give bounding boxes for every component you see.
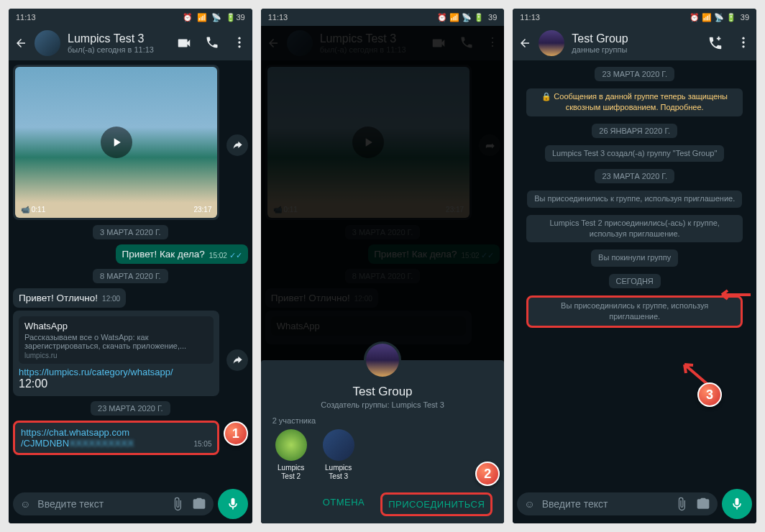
status-bar: 11:13 ⏰ 📶 📡 🔋39 xyxy=(9,9,252,26)
add-call-icon[interactable] xyxy=(707,35,723,51)
video-time: 23:17 xyxy=(193,206,211,214)
system-message: Lumpics Test 2 присоединились(-ась) к гр… xyxy=(526,215,743,243)
status-time: 11:13 xyxy=(520,13,540,22)
input-placeholder: Введите текст xyxy=(542,498,667,510)
invite-link-line2[interactable]: /CJMDNBN xyxy=(21,438,69,449)
video-thumbnail[interactable]: 📹 0:11 23:17 xyxy=(15,67,217,218)
status-icons: ⏰ 📶 📡 🔋39 xyxy=(183,13,244,22)
svg-point-5 xyxy=(742,45,744,47)
date-chip: 8 МАРТА 2020 Г. xyxy=(93,269,168,283)
forward-icon[interactable] xyxy=(226,349,248,371)
camera-icon[interactable] xyxy=(696,497,710,511)
mic-button[interactable] xyxy=(218,489,248,519)
back-icon[interactable] xyxy=(14,37,27,50)
chat-title: Lumpics Test 3 xyxy=(68,32,169,45)
message-text: Привет! Как дела? xyxy=(122,249,204,260)
camera-icon[interactable] xyxy=(192,497,206,511)
callout-1: 1 xyxy=(224,421,248,446)
status-icons: ⏰ 📶 📡 🔋39 xyxy=(437,13,497,22)
group-avatar xyxy=(364,341,401,379)
join-button[interactable]: ПРИСОЕДИНИТЬСЯ xyxy=(380,492,493,516)
status-icons: ⏰ 📶 📡 🔋39 xyxy=(690,13,749,22)
play-icon[interactable] xyxy=(101,127,132,158)
svg-point-1 xyxy=(238,41,240,43)
read-ticks-icon: ✓✓ xyxy=(229,251,242,260)
callout-3: 3 xyxy=(697,382,722,407)
group-avatar[interactable] xyxy=(539,30,564,56)
system-message-left: Вы покинули группу xyxy=(591,249,678,266)
video-call-icon[interactable] xyxy=(176,35,192,51)
mic-button[interactable] xyxy=(722,489,752,519)
cancel-button[interactable]: ОТМЕНА xyxy=(320,492,368,516)
group-creator: Создатель группы: Lumpics Test 3 xyxy=(272,400,493,409)
member-item[interactable]: Lumpics Test 2 xyxy=(272,429,310,481)
status-time: 11:13 xyxy=(16,13,36,22)
app-bar: Test Group данные группы xyxy=(513,26,756,60)
more-icon[interactable] xyxy=(232,35,247,51)
app-bar: Lumpics Test 3 был(-а) сегодня в 11:13 xyxy=(9,26,252,60)
preview-desc: Рассказываем все о WatsApp: как зарегист… xyxy=(24,333,208,350)
svg-point-0 xyxy=(238,37,240,40)
link-text[interactable]: https://lumpics.ru/category/whatsapp/ xyxy=(19,367,214,377)
member-name: Lumpics Test 2 xyxy=(272,464,310,481)
input-bar: ☺ Введите текст xyxy=(513,485,756,523)
date-chip: 23 МАРТА 2020 Г. xyxy=(595,169,674,183)
svg-point-4 xyxy=(742,41,744,43)
date-chip: 23 МАРТА 2020 Г. xyxy=(91,401,170,416)
system-message: Lumpics Test 3 создал(-а) группу "Test G… xyxy=(545,145,724,162)
member-item[interactable]: Lumpics Test 3 xyxy=(320,429,357,481)
chat-area[interactable]: 📹 0:11 23:17 3 МАРТА 2020 Г. Привет! Как… xyxy=(9,60,252,485)
status-bar: 11:13 ⏰ 📶 📡 🔋39 xyxy=(513,9,756,26)
link-preview[interactable]: WhatsApp Рассказываем все о WatsApp: как… xyxy=(19,316,214,364)
preview-title: WhatsApp xyxy=(24,321,208,331)
preview-domain: lumpics.ru xyxy=(24,352,208,359)
message-in[interactable]: Привет! Отлично! 12:00 xyxy=(13,288,126,308)
join-group-sheet: Test Group Создатель группы: Lumpics Tes… xyxy=(261,360,505,523)
member-avatar xyxy=(275,429,307,461)
attach-icon[interactable] xyxy=(170,497,185,511)
status-bar: 11:13 ⏰ 📶 📡 🔋39 xyxy=(261,9,505,26)
contact-avatar[interactable] xyxy=(35,30,60,56)
video-message[interactable]: 📹 0:11 23:17 xyxy=(13,65,219,220)
emoji-icon[interactable]: ☺ xyxy=(20,498,30,510)
date-chip: СЕГОДНЯ xyxy=(609,274,661,288)
title-area[interactable]: Lumpics Test 3 был(-а) сегодня в 11:13 xyxy=(68,32,169,54)
signal-icon: 📶 xyxy=(197,13,207,22)
back-icon[interactable] xyxy=(518,37,531,50)
join-group-overlay[interactable]: Test Group Создатель группы: Lumpics Tes… xyxy=(261,26,505,523)
system-message-joined: Вы присоединились к группе, используя пр… xyxy=(526,295,743,328)
voice-call-icon[interactable] xyxy=(205,35,219,51)
group-name: Test Group xyxy=(272,385,493,399)
status-time: 11:13 xyxy=(268,13,288,22)
svg-point-2 xyxy=(238,45,240,47)
input-bar: ☺ Введите текст xyxy=(9,485,252,523)
panel-1: 11:13 ⏰ 📶 📡 🔋39 Lumpics Test 3 был(-а) с… xyxy=(9,9,252,523)
wifi-icon: 📡 xyxy=(211,13,221,22)
member-list: Lumpics Test 2 Lumpics Test 3 xyxy=(272,429,493,481)
title-area[interactable]: Test Group данные группы xyxy=(572,32,700,54)
more-icon[interactable] xyxy=(736,35,751,51)
panel-3: 11:13 ⏰ 📶 📡 🔋39 Test Group данные группы… xyxy=(513,9,756,523)
encryption-notice[interactable]: 🔒 Сообщения в данной группе теперь защищ… xyxy=(526,88,743,116)
date-chip: 23 МАРТА 2020 Г. xyxy=(595,67,674,81)
date-chip: 26 ЯНВАРЯ 2020 Г. xyxy=(592,124,677,138)
message-input[interactable]: ☺ Введите текст xyxy=(517,492,718,515)
invite-link-line1[interactable]: https://chat.whatsapp.com xyxy=(21,427,129,438)
chat-subtitle: был(-а) сегодня в 11:13 xyxy=(68,45,169,54)
input-placeholder: Введите текст xyxy=(37,498,162,510)
member-count: 2 участника xyxy=(272,416,493,425)
message-out[interactable]: Привет! Как дела? 15:02 ✓✓ xyxy=(116,244,247,264)
member-avatar xyxy=(323,429,354,461)
chat-area[interactable]: 23 МАРТА 2020 Г. 🔒 Сообщения в данной гр… xyxy=(513,60,756,485)
member-name: Lumpics Test 3 xyxy=(320,464,357,481)
alarm-icon: ⏰ xyxy=(183,13,193,22)
attach-icon[interactable] xyxy=(674,497,689,511)
battery-icon: 🔋39 xyxy=(226,13,244,22)
system-message: Вы присоединились к группе, используя пр… xyxy=(527,191,742,207)
emoji-icon[interactable]: ☺ xyxy=(524,498,534,510)
invite-link-message[interactable]: https://chat.whatsapp.com /CJMDNBNXXXXXX… xyxy=(13,421,219,455)
forward-icon[interactable] xyxy=(226,134,248,156)
link-preview-message[interactable]: WhatsApp Рассказываем все о WatsApp: как… xyxy=(13,311,219,396)
chat-subtitle: данные группы xyxy=(572,45,700,54)
message-input[interactable]: ☺ Введите текст xyxy=(13,492,214,515)
